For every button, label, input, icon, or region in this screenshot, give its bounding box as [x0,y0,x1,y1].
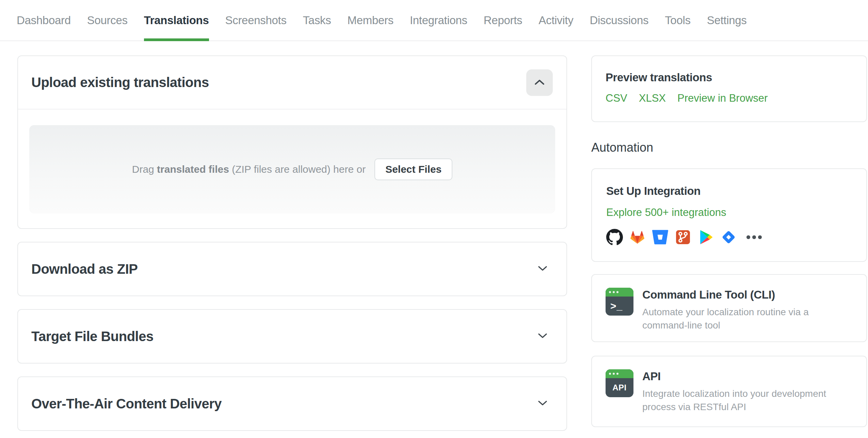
api-title: API [642,370,847,383]
more-icon[interactable] [746,235,762,239]
main-content: Upload existing translations Drag transl… [0,41,868,431]
api-text: API Integrate localization into your dev… [642,369,847,414]
sidebar: Preview translations CSV XLSX Preview in… [591,55,867,431]
tab-integrations[interactable]: Integrations [410,0,467,40]
section-title: Over-The-Air Content Delivery [31,396,222,411]
chevron-down-icon [538,400,547,407]
csv-link[interactable]: CSV [606,92,627,104]
jira-icon[interactable] [720,229,737,246]
section-title: Target File Bundles [31,329,154,344]
integration-icons [606,229,852,246]
chevron-up-icon [534,79,545,86]
file-dropzone[interactable]: Drag translated files (ZIP files are all… [29,125,555,214]
top-nav: Dashboard Sources Translations Screensho… [0,0,868,41]
tab-dashboard[interactable]: Dashboard [17,0,71,40]
upload-existing-translations-card: Upload existing translations Drag transl… [17,55,567,229]
upload-card-title: Upload existing translations [31,75,209,90]
section-download-as-zip[interactable]: Download as ZIP [17,242,567,296]
section-title: Download as ZIP [31,262,138,277]
github-icon[interactable] [606,229,623,246]
set-up-integration-card: Set Up Integration Explore 500+ integrat… [591,168,867,262]
set-up-integration-title: Set Up Integration [606,185,852,198]
tab-members[interactable]: Members [348,0,393,40]
tab-reports[interactable]: Reports [484,0,522,40]
tab-tools[interactable]: Tools [665,0,691,40]
terminal-cli-icon: >_ [606,288,633,316]
cli-tool-card[interactable]: >_ Command Line Tool (CLI) Automate your… [591,274,867,342]
tab-activity[interactable]: Activity [539,0,573,40]
section-over-the-air-content-delivery[interactable]: Over-The-Air Content Delivery [17,376,567,431]
chevron-down-icon [538,333,547,340]
gitlab-icon[interactable] [629,229,646,246]
automation-heading: Automation [591,140,867,155]
tab-screenshots[interactable]: Screenshots [225,0,287,40]
tab-settings[interactable]: Settings [707,0,747,40]
preview-translations-title: Preview translations [606,71,853,84]
explore-integrations-link[interactable]: Explore 500+ integrations [606,206,726,219]
collapse-button[interactable] [526,69,553,96]
select-files-button[interactable]: Select Files [374,158,452,180]
tab-discussions[interactable]: Discussions [590,0,648,40]
git-icon[interactable] [675,229,691,246]
xlsx-link[interactable]: XLSX [639,92,666,104]
upload-card-body: Drag translated files (ZIP files are all… [18,110,566,229]
section-target-file-bundles[interactable]: Target File Bundles [17,309,567,364]
google-play-icon[interactable] [697,229,714,246]
cli-tool-description: Automate your localization routine via a… [642,305,847,332]
translations-panel: Upload existing translations Drag transl… [17,55,567,431]
chevron-down-icon [538,266,547,273]
bitbucket-icon[interactable] [652,229,669,246]
api-description: Integrate localization into your develop… [642,387,847,414]
tab-tasks[interactable]: Tasks [303,0,331,40]
tab-sources[interactable]: Sources [87,0,128,40]
preview-links: CSV XLSX Preview in Browser [606,92,853,104]
api-card[interactable]: API API Integrate localization into your… [591,356,867,427]
preview-in-browser-link[interactable]: Preview in Browser [677,92,768,104]
preview-translations-card: Preview translations CSV XLSX Preview in… [591,55,867,122]
upload-card-header: Upload existing translations [18,56,566,110]
tab-translations[interactable]: Translations [144,0,209,40]
dropzone-text: Drag translated files (ZIP files are all… [132,164,366,175]
cli-tool-text: Command Line Tool (CLI) Automate your lo… [642,288,847,332]
cli-tool-title: Command Line Tool (CLI) [642,288,847,301]
terminal-api-icon: API [606,369,633,397]
